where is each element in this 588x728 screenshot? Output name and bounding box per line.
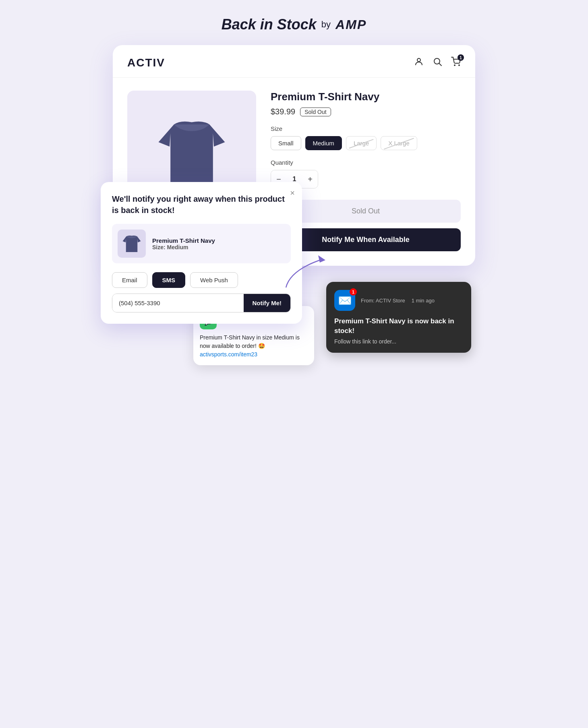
popup-product-size: Size: Medium (152, 244, 215, 250)
email-time: 1 min ago (412, 298, 435, 304)
sold-out-badge: Sold Out (300, 108, 331, 116)
sms-text: Premium T-Shirt Navy in size Medium is n… (200, 334, 300, 349)
channel-buttons: Email SMS Web Push (112, 272, 291, 288)
svg-point-4 (459, 65, 460, 66)
size-small[interactable]: Small (271, 136, 301, 150)
size-options: Small Medium Large X Large (271, 136, 461, 150)
email-header: ✉️ 1 From: ACTIV Store 1 min ago (334, 290, 463, 311)
size-xlarge[interactable]: X Large (381, 136, 417, 150)
popup-product-name: Premium T-Shirt Navy (152, 237, 215, 244)
size-large[interactable]: Large (346, 136, 377, 150)
svg-point-3 (454, 65, 455, 66)
phone-input[interactable] (112, 294, 244, 312)
product-title: Premium T-Shirt Navy (271, 91, 461, 103)
sms-link[interactable]: activsports.com/item23 (200, 351, 257, 358)
cart-icon[interactable]: 1 (451, 57, 461, 69)
user-icon[interactable] (414, 57, 424, 69)
size-label: Size (271, 125, 461, 132)
sms-body: Premium T-Shirt Navy in size Medium is n… (200, 333, 308, 359)
qty-label: Quantity (271, 159, 461, 166)
nav-icons: 1 (414, 57, 461, 69)
popup-product-image (118, 230, 146, 258)
popup-heading: We'll notify you right away when this pr… (112, 193, 291, 216)
channel-sms[interactable]: SMS (152, 272, 186, 288)
popup-notify-button[interactable]: Notify Me! (244, 294, 291, 312)
email-notification: ✉️ 1 From: ACTIV Store 1 min ago Premium… (326, 282, 471, 353)
store-nav: ACTIV 1 (113, 45, 475, 78)
email-meta: From: ACTIV Store 1 min ago (361, 298, 435, 304)
cart-badge: 1 (458, 54, 464, 61)
channel-webpush[interactable]: Web Push (190, 272, 238, 288)
page-title-back-in-stock: Back in Stock (222, 16, 317, 33)
svg-point-0 (417, 58, 420, 62)
store-card: ACTIV 1 (113, 45, 475, 266)
email-badge: 1 (350, 288, 357, 296)
popup-close-button[interactable]: × (290, 188, 295, 198)
popup-product-row: Premium T-Shirt Navy Size: Medium (112, 224, 291, 263)
page-header: Back in Stock by AMP (222, 16, 366, 33)
svg-line-2 (439, 64, 442, 66)
email-body: Follow this link to order... (334, 338, 463, 345)
popup-card: × We'll notify you right away when this … (101, 182, 302, 324)
amp-logo: AMP (335, 17, 366, 32)
size-medium[interactable]: Medium (305, 136, 342, 150)
email-from-row: From: ACTIV Store 1 min ago (361, 298, 435, 304)
popup-input-row: Notify Me! (112, 294, 291, 312)
price-row: $39.99 Sold Out (271, 107, 461, 116)
popup-product-info: Premium T-Shirt Navy Size: Medium (152, 237, 215, 250)
store-logo: ACTIV (127, 56, 165, 69)
email-from: From: ACTIV Store (361, 298, 405, 304)
by-text: by (321, 19, 331, 30)
qty-increase[interactable]: + (302, 170, 318, 188)
email-icon-wrap: ✉️ 1 (334, 290, 355, 311)
email-title: Premium T-Shirt Navy is now back in stoc… (334, 316, 463, 336)
search-icon[interactable] (433, 57, 442, 69)
product-price: $39.99 (271, 107, 295, 116)
channel-email[interactable]: Email (112, 272, 147, 288)
